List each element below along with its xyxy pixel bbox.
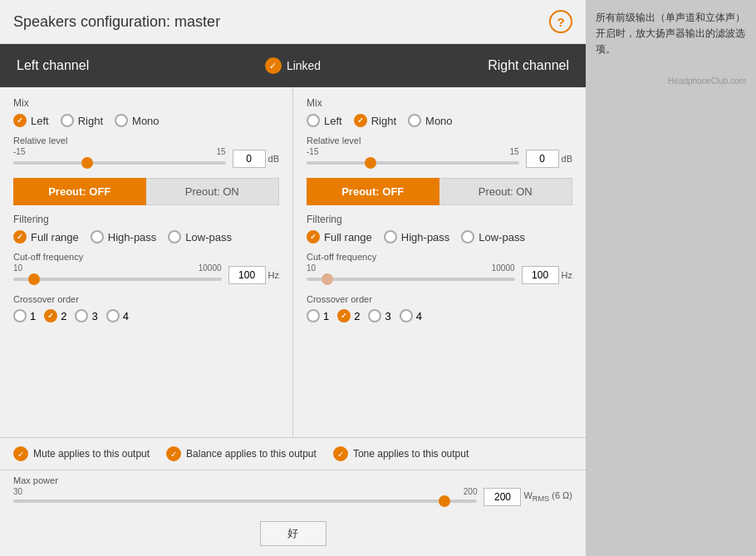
left-cutoff-min: 10	[13, 263, 22, 273]
right-filter-highpass-label: High-pass	[401, 231, 450, 244]
left-crossover-4-label: 4	[123, 310, 129, 322]
left-channel-section: Mix Left Right Mono Relative level	[0, 87, 293, 437]
right-crossover-4[interactable]: 4	[400, 309, 422, 322]
ok-row: 好	[0, 514, 586, 556]
left-filter-radio-group: Full range High-pass Low-pass	[13, 230, 279, 244]
power-track[interactable]	[13, 499, 477, 503]
right-mix-mono[interactable]: Mono	[408, 114, 453, 127]
left-crossover-1[interactable]: 1	[13, 309, 36, 322]
left-cutoff-input-box: Hz	[228, 266, 279, 284]
mute-check-item[interactable]: ✓ Mute applies to this output	[13, 446, 150, 461]
right-filter-lowpass[interactable]: Low-pass	[461, 230, 525, 244]
left-mix-left-label: Left	[31, 115, 49, 127]
left-crossover-2[interactable]: 2	[44, 309, 66, 322]
right-mix-mono-radio	[408, 114, 421, 127]
right-crossover-options: 1 2 3 4	[307, 309, 572, 322]
left-mix-right[interactable]: Right	[61, 114, 103, 127]
left-crossover-3[interactable]: 3	[75, 309, 97, 322]
left-crossover-1-label: 1	[30, 310, 36, 322]
right-cutoff-slider-wrapper: 10 10000	[307, 263, 515, 286]
right-crossover-2-label: 2	[354, 310, 360, 322]
left-cutoff-slider-row: 10 10000 Hz	[13, 263, 279, 286]
title-bar: Speakers configuration: master ?	[0, 0, 586, 44]
right-level-range-labels: -15 15	[307, 147, 519, 156]
left-crossover-1-radio	[13, 309, 27, 322]
left-cutoff-input[interactable]	[228, 266, 266, 284]
right-mix-right[interactable]: Right	[354, 114, 396, 127]
help-button[interactable]: ?	[549, 10, 572, 33]
right-filter-lowpass-radio	[461, 230, 474, 244]
right-crossover-1[interactable]: 1	[307, 309, 329, 322]
linked-button[interactable]: ✓ Linked	[265, 57, 321, 74]
left-crossover-2-label: 2	[61, 310, 66, 322]
right-level-thumb[interactable]	[365, 157, 376, 169]
left-filter-highpass[interactable]: High-pass	[91, 230, 157, 244]
right-mix-right-radio	[354, 114, 367, 127]
right-cutoff-thumb[interactable]	[322, 273, 333, 285]
ok-button[interactable]: 好	[260, 521, 326, 546]
right-mix-left[interactable]: Left	[307, 114, 342, 127]
left-preout-on-button[interactable]: Preout: ON	[146, 178, 280, 205]
sidebar-text: 所有前级输出（单声道和立体声）开启时，放大扬声器输出的滤波选项。	[596, 12, 745, 55]
left-crossover-4[interactable]: 4	[106, 309, 129, 322]
left-crossover-3-radio	[75, 309, 88, 322]
right-crossover-3-radio	[368, 309, 381, 322]
left-filter-fullrange[interactable]: Full range	[13, 230, 79, 244]
right-level-slider-wrapper: -15 15	[307, 147, 519, 170]
left-preout-row: Preout: OFF Preout: ON	[13, 178, 279, 205]
power-range-labels: 30 200	[13, 487, 477, 496]
right-filtering-label: Filtering	[307, 214, 572, 225]
right-crossover-3[interactable]: 3	[368, 309, 390, 322]
left-mix-radio-group: Left Right Mono	[13, 114, 279, 127]
balance-check-item[interactable]: ✓ Balance applies to this output	[166, 446, 317, 461]
main-panel: Speakers configuration: master ? Left ch…	[0, 0, 586, 556]
tone-check-item[interactable]: ✓ Tone applies to this output	[333, 446, 469, 461]
left-filter-lowpass-radio	[168, 230, 181, 244]
power-slider-row: 30 200 WRMS (6 Ω)	[13, 487, 572, 506]
power-unit: WRMS (6 Ω)	[523, 490, 572, 503]
right-cutoff-range-labels: 10 10000	[307, 263, 515, 273]
power-input[interactable]	[484, 488, 521, 506]
channels-row: Mix Left Right Mono Relative level	[0, 87, 586, 437]
left-level-thumb[interactable]	[81, 157, 93, 169]
left-mix-label: Mix	[13, 97, 279, 109]
right-level-min: -15	[307, 147, 318, 156]
right-level-max: 15	[509, 147, 518, 156]
right-cutoff-track[interactable]	[307, 278, 515, 281]
right-preout-on-button[interactable]: Preout: ON	[439, 178, 573, 205]
right-cutoff-input[interactable]	[522, 266, 559, 284]
left-mix-mono[interactable]: Mono	[115, 114, 160, 127]
left-mix-left[interactable]: Left	[13, 114, 49, 127]
left-cutoff-track[interactable]	[13, 278, 222, 281]
page-title: Speakers configuration: master	[13, 13, 220, 31]
tone-check-icon: ✓	[333, 446, 348, 461]
right-crossover-2[interactable]: 2	[337, 309, 360, 322]
left-filter-lowpass[interactable]: Low-pass	[168, 230, 232, 244]
left-level-track[interactable]	[13, 161, 226, 165]
left-cutoff-thumb[interactable]	[28, 273, 40, 285]
power-thumb[interactable]	[439, 495, 450, 507]
left-filter-lowpass-label: Low-pass	[185, 231, 232, 244]
left-crossover-3-label: 3	[91, 310, 97, 322]
right-filter-fullrange-label: Full range	[324, 231, 372, 244]
left-mix-left-radio	[13, 114, 27, 127]
right-mix-left-label: Left	[324, 115, 342, 127]
right-level-track[interactable]	[307, 161, 519, 165]
left-level-min: -15	[13, 147, 25, 156]
left-level-input[interactable]	[233, 150, 266, 168]
right-cutoff-max: 10000	[492, 263, 515, 273]
right-crossover-3-label: 3	[385, 310, 390, 322]
right-filter-fullrange[interactable]: Full range	[307, 230, 372, 244]
right-filter-highpass[interactable]: High-pass	[384, 230, 450, 244]
left-filter-highpass-label: High-pass	[108, 231, 157, 244]
right-rel-level-label: Relative level	[307, 135, 572, 145]
right-filter-lowpass-label: Low-pass	[479, 231, 525, 244]
right-preout-off-button[interactable]: Preout: OFF	[307, 178, 439, 205]
left-cutoff-unit: Hz	[268, 270, 279, 280]
max-power-row: Max power 30 200 WRMS (6 Ω)	[0, 470, 586, 514]
left-preout-off-button[interactable]: Preout: OFF	[13, 178, 146, 205]
right-mix-radio-group: Left Right Mono	[307, 114, 572, 127]
left-level-input-box: dB	[233, 150, 279, 168]
right-level-input[interactable]	[526, 150, 559, 168]
left-level-slider-wrapper: -15 15	[13, 147, 226, 170]
